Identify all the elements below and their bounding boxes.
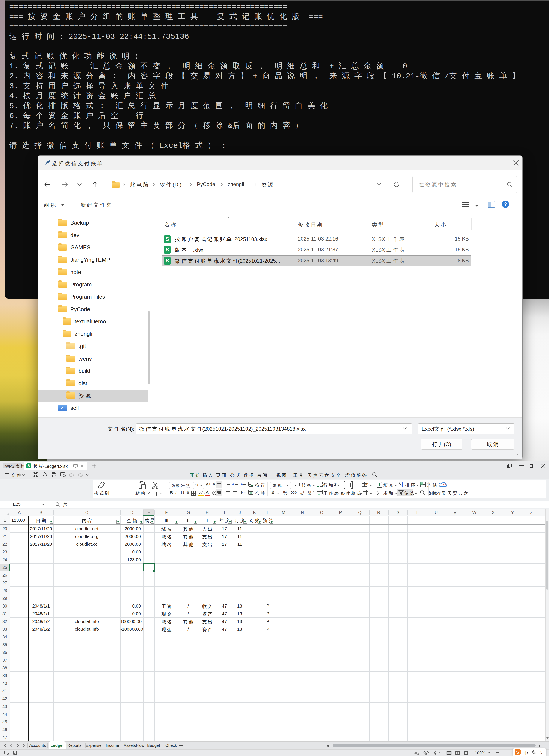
svg-text:.00: .00 bbox=[300, 492, 303, 495]
svg-text:.00: .00 bbox=[308, 492, 311, 495]
